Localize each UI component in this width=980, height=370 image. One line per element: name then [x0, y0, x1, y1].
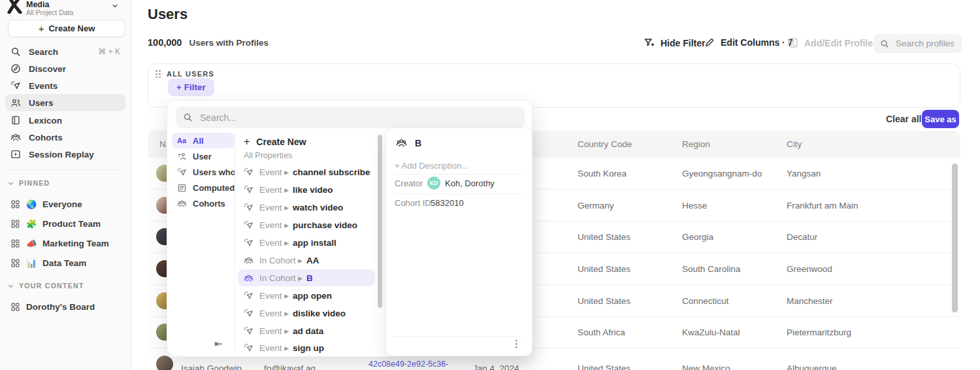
cohort-id-label: Cohort ID	[395, 196, 431, 210]
tab-cohorts[interactable]: Cohorts	[172, 195, 235, 211]
replay-icon	[10, 149, 21, 160]
cell-country-code: South Africa	[578, 316, 625, 348]
create-new-button[interactable]: + Create New	[8, 20, 125, 37]
plus-icon: +	[244, 136, 250, 148]
board-grid-icon	[10, 239, 20, 248]
hide-filter-button[interactable]: Hide Filter	[644, 37, 705, 48]
cohort-id-value: 5832010	[431, 196, 464, 210]
edit-columns-button[interactable]: Edit Columns · 7	[704, 37, 792, 48]
event-icon	[244, 326, 253, 336]
puzzle-emoji-icon: 🧩	[26, 219, 37, 229]
dropdown-create-new[interactable]: + Create New	[238, 133, 375, 150]
search-icon	[10, 46, 21, 57]
add-edit-profile-button[interactable]: Add/Edit Profile	[787, 37, 873, 48]
divider	[394, 336, 524, 337]
workspace-chevron-icon[interactable]	[111, 2, 119, 10]
cell-region: New Mexico	[682, 348, 730, 370]
event-icon	[244, 185, 253, 195]
project-name: All Project Data	[26, 8, 73, 16]
dropdown-item-cohort-b[interactable]: In Cohort ▸ B	[238, 269, 375, 286]
sidebar-item-product-team[interactable]: 🧩 Product Team	[5, 214, 125, 233]
sidebar-item-lexicon[interactable]: Lexicon	[5, 112, 125, 129]
sidebar-item-session-replay[interactable]: Session Replay	[5, 146, 125, 163]
sidebar-item-search[interactable]: Search ⌘ + K	[5, 43, 125, 60]
cell-country-code: Germany	[578, 190, 614, 222]
profile-count-label: Users with Profiles	[189, 38, 269, 48]
save-as-button[interactable]: Save as	[922, 110, 959, 128]
board-grid-icon	[10, 219, 20, 229]
dropdown-item-like-video[interactable]: Event ▸ like video	[238, 181, 375, 198]
cell-city: Pietermaritzburg	[787, 316, 851, 348]
dropdown-item-app-install[interactable]: Event ▸ app install	[238, 234, 375, 251]
cell-distinct-id[interactable]: 42c08e49-2e92-5c36- 9a73-a84eb8684fa3	[368, 360, 448, 370]
cohort-icon	[244, 256, 253, 265]
collapse-panel-icon[interactable]: ⇤	[214, 338, 223, 350]
dropdown-item-watch-video[interactable]: Event ▸ watch video	[238, 199, 375, 216]
board-grid-icon	[10, 258, 20, 268]
dropdown-search-input[interactable]	[199, 112, 517, 124]
workspace-name[interactable]: Media	[26, 0, 49, 9]
dropdown-item-dislike-video[interactable]: Event ▸ dislike video	[238, 305, 375, 322]
sidebar-item-users[interactable]: Users	[5, 94, 125, 111]
drag-handle-icon[interactable]	[155, 69, 161, 78]
dropdown-search-box[interactable]	[176, 107, 525, 128]
dropdown-item-ad-data[interactable]: Event ▸ ad data	[238, 322, 375, 339]
column-header-city[interactable]: City	[787, 131, 802, 158]
book-icon	[10, 115, 21, 126]
cell-country-code: United States	[578, 221, 630, 253]
dropdown-item-channel-subscribe[interactable]: Event ▸ channel subscribe	[238, 163, 375, 180]
cell-region: Georgia	[682, 221, 713, 253]
dropdown-section-label: All Properties	[244, 151, 292, 160]
filter-dropdown: Aa All User Users who di... Computed Coh…	[167, 100, 532, 357]
cohorts-icon	[177, 199, 187, 209]
cell-country-code: United States	[578, 348, 630, 370]
dropdown-item-purchase-video[interactable]: Event ▸ purchase video	[238, 216, 375, 233]
column-header-region[interactable]: Region	[682, 131, 710, 158]
cohorts-icon	[10, 132, 21, 143]
your-content-section-header[interactable]: YOUR CONTENT	[8, 282, 84, 290]
cell-city: Frankfurt am Main	[787, 190, 858, 222]
sidebar-item-discover[interactable]: Discover	[5, 60, 125, 77]
sidebar-item-marketing-team[interactable]: 📣 Marketing Team	[5, 234, 125, 252]
cell-city: Decatur	[787, 221, 817, 253]
event-icon	[244, 203, 253, 212]
segment-label: ALL USERS	[167, 70, 214, 78]
column-header-country-code[interactable]: Country Code	[578, 131, 632, 158]
pinned-section-header[interactable]: PINNED	[8, 179, 50, 187]
dropdown-item-app-open[interactable]: Event ▸ app open	[238, 287, 375, 304]
tab-all[interactable]: Aa All	[172, 133, 235, 148]
chart-emoji-icon: 📊	[26, 258, 37, 268]
sidebar-item-dorothys-board[interactable]: Dorothy's Board	[5, 297, 125, 316]
cohort-detail-pane: B + Add Description... Creator KD Koh, D…	[386, 128, 532, 356]
dropdown-scrollbar[interactable]	[378, 135, 382, 308]
search-profiles-input[interactable]	[894, 38, 955, 49]
tab-computed[interactable]: Computed	[172, 180, 235, 195]
add-filter-button[interactable]: + Filter	[168, 78, 214, 96]
sidebar-item-everyone[interactable]: 🌏 Everyone	[5, 195, 125, 213]
computed-icon	[177, 183, 187, 193]
dropdown-item-cohort-aa[interactable]: In Cohort ▸ AA	[238, 252, 375, 269]
tab-user[interactable]: User	[172, 148, 235, 164]
cell-city: Yangsan	[787, 158, 821, 190]
tab-users-who-did[interactable]: Users who di...	[172, 164, 235, 180]
aa-icon: Aa	[177, 137, 187, 144]
creator-avatar: KD	[427, 177, 440, 190]
event-icon	[177, 167, 187, 177]
more-options-icon[interactable]: ⋮	[512, 338, 521, 350]
dropdown-item-sign-up[interactable]: Event ▸ sign up	[238, 339, 375, 356]
table-scrollbar[interactable]	[952, 163, 958, 312]
add-description-button[interactable]: + Add Description...	[395, 161, 468, 171]
clear-all-button[interactable]: Clear all	[886, 114, 921, 124]
app-window: Media All Project Data + Create New Sear…	[0, 0, 980, 370]
divider	[394, 193, 524, 194]
search-profiles-box[interactable]	[874, 34, 962, 53]
event-icon	[244, 309, 253, 318]
sidebar-item-cohorts[interactable]: Cohorts	[5, 129, 125, 146]
sidebar-item-data-team[interactable]: 📊 Data Team	[5, 254, 125, 272]
cohort-title: B	[415, 138, 421, 148]
cell-region: South Carolina	[682, 253, 740, 285]
chevron-down-icon	[8, 180, 14, 186]
sidebar-item-events[interactable]: Events	[5, 77, 125, 94]
creator-name: Koh, Dorothy	[445, 177, 495, 191]
workspace-logo-icon[interactable]	[5, 0, 24, 14]
